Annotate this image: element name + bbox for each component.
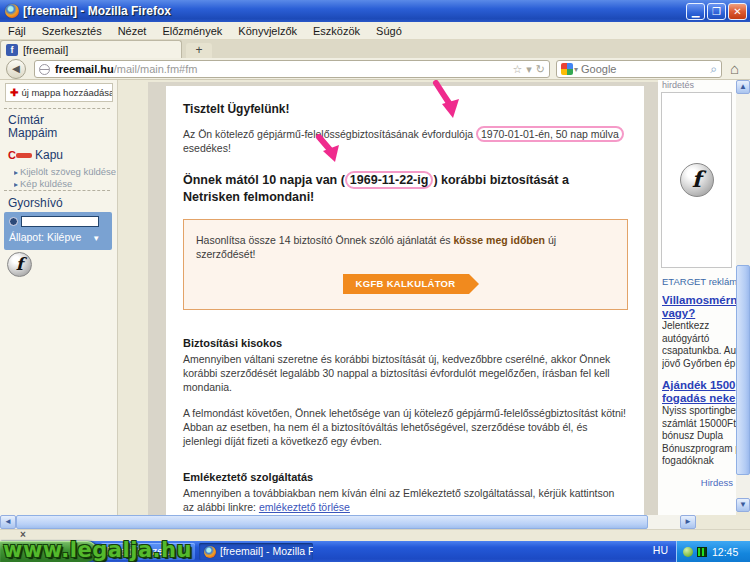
promo-box: Hasonlítsa össze 14 biztosító Önnek szól… — [183, 219, 628, 310]
flash-ad-icon: f — [680, 163, 714, 197]
tray-status-icon[interactable] — [683, 547, 693, 557]
kapu-logo-pill-icon — [16, 153, 32, 158]
status-label: Állapot: — [9, 231, 44, 243]
watermark: www.legalja.hu — [3, 538, 192, 562]
ad2-body-line: fogadóknak — [662, 455, 736, 468]
bookmark-star-icon[interactable]: ☆ — [512, 63, 522, 76]
ad-item-1[interactable]: Villamosmérnök vagy? Jelentkezz autógyár… — [662, 294, 736, 370]
new-folder-button[interactable]: ✚ új mappa hozzáadása ... — [5, 83, 113, 102]
scroll-left-button[interactable]: ◄ — [0, 515, 16, 529]
reload-icon[interactable]: ↻ — [536, 63, 545, 76]
kisokos-paragraph-1: Amennyiben váltani szeretne és korábbi b… — [183, 352, 628, 394]
ad2-title-line1[interactable]: Ajándék 1500 — [662, 379, 736, 392]
tab-label: [freemail] — [23, 44, 68, 56]
selected-text-send-label: Kijelölt szöveg küldése — [20, 166, 116, 177]
scroll-right-button[interactable]: ► — [680, 515, 696, 529]
url-dropdown-icon[interactable]: ▾ — [526, 63, 532, 76]
pink-annotation-arrow-2 — [314, 134, 350, 166]
menu-bookmarks[interactable]: Könyvjelzők — [230, 25, 305, 37]
google-logo-icon — [561, 63, 573, 75]
clock: 12:45 — [712, 546, 738, 558]
triangle-bullet-icon: ▸ — [14, 180, 18, 189]
menu-view[interactable]: Nézet — [110, 25, 155, 37]
image-send-label: Kép küldése — [20, 178, 72, 189]
screen: [freemail] - Mozilla Firefox ▁ ❐ ✕ Fájl … — [0, 0, 750, 562]
scroll-down-button[interactable]: ▼ — [736, 498, 750, 512]
scroll-up-button[interactable]: ▲ — [736, 80, 750, 94]
flash-plugin-icon: f — [7, 252, 32, 277]
ad-column: hirdetés f ETARGET reklám Villamosmérnök… — [658, 80, 736, 515]
sidebar-item-kapu[interactable]: CKapu — [8, 148, 63, 162]
search-magnifier-icon[interactable]: ⌕ — [710, 62, 717, 76]
minimize-button[interactable]: ▁ — [686, 3, 705, 20]
advertise-here-link[interactable]: Hirdess — [658, 477, 736, 488]
gyorshivo-status[interactable]: Állapot: Kilépve ▼ — [9, 231, 107, 243]
horizontal-scroll-thumb[interactable] — [16, 515, 648, 529]
vertical-scroll-thumb[interactable] — [736, 265, 750, 475]
menu-bar: Fájl Szerkesztés Nézet Előzmények Könyvj… — [0, 22, 750, 40]
tab-bar: f [freemail] + — [0, 40, 750, 58]
mail-sidebar: ✚ új mappa hozzáadása ... Címtár Mappáim… — [0, 80, 118, 515]
freemail-favicon-icon: f — [6, 44, 18, 56]
home-button[interactable]: ⌂ — [730, 60, 739, 78]
ad1-body-line: autógyártó — [662, 333, 736, 346]
promo-text: Hasonlítsa össze 14 biztosító Önnek szól… — [196, 233, 615, 261]
tab-freemail[interactable]: f [freemail] — [0, 40, 182, 58]
menu-tools[interactable]: Eszközök — [305, 25, 368, 37]
divider — [4, 190, 110, 191]
ad2-body-line: Nyiss sportingbet — [662, 405, 736, 418]
highlight-oval-date1: 1970-01-01-én, 50 nap múlva — [476, 126, 624, 142]
email-paragraph-anniversary: Az Ön kötelező gépjármű-felelősségbiztos… — [183, 127, 628, 155]
ad-item-2[interactable]: Ajándék 1500 fogadás neke Nyiss sporting… — [662, 379, 736, 468]
kgfb-calculator-button[interactable]: KGFB KALKULÁTOR — [343, 274, 469, 294]
call-status-icon — [9, 217, 18, 226]
sidebar-item-mappaim[interactable]: Mappáim — [8, 126, 57, 140]
flash-ad-box[interactable]: f — [661, 92, 732, 268]
new-tab-button[interactable]: + — [186, 43, 212, 58]
kapu-label: Kapu — [35, 148, 63, 162]
ad2-title-line2[interactable]: fogadás neke — [662, 392, 736, 405]
close-button[interactable]: ✕ — [728, 3, 747, 20]
window-title: [freemail] - Mozilla Firefox — [23, 4, 684, 18]
taskbar-item-firefox[interactable]: [freemail] - Mozilla Fir... — [199, 543, 313, 560]
sidebar-item-gyorshivo: Gyorshívó — [8, 196, 63, 210]
new-folder-label: új mappa hozzáadása ... — [21, 87, 113, 98]
menu-history[interactable]: Előzmények — [154, 25, 230, 37]
ad1-title-line2[interactable]: vagy? — [662, 307, 736, 320]
language-indicator[interactable]: HU — [653, 544, 668, 556]
restore-button[interactable]: ❐ — [707, 3, 726, 20]
url-bar[interactable]: freemail.hu /mail/main.fm#fm ☆ ▾ ↻ — [34, 60, 550, 78]
etarget-label: ETARGET reklám — [662, 276, 736, 287]
gyorshivo-number-input[interactable] — [21, 216, 99, 227]
search-input[interactable] — [581, 63, 710, 75]
pink-annotation-arrow-1 — [428, 80, 468, 122]
sidebar-item-image-send[interactable]: ▸Kép küldése — [14, 178, 116, 189]
highlight-oval-date2: 1969-11-22-ig — [345, 171, 434, 189]
email-body: Tisztelt Ügyfelünk! Az Ön kötelező gépjá… — [166, 86, 644, 515]
search-engine-dropdown-icon[interactable]: ▾ — [574, 65, 578, 74]
url-path: /mail/main.fm#fm — [114, 63, 509, 75]
triangle-bullet-icon: ▸ — [14, 168, 18, 177]
system-tray: 12:45 — [676, 541, 750, 562]
section-title-kisokos: Biztosítási kisokos — [183, 336, 628, 350]
status-dropdown-icon[interactable]: ▼ — [92, 234, 100, 243]
plus-icon: ✚ — [10, 87, 18, 98]
sidebar-item-cimtar[interactable]: Címtár — [8, 113, 44, 127]
ad1-title-line1[interactable]: Villamosmérnök — [662, 294, 736, 307]
firefox-icon — [204, 546, 216, 558]
reminder-paragraph: Amennyiben a továbbiakban nem kíván élni… — [183, 486, 628, 514]
back-button[interactable]: ◄ — [6, 59, 26, 79]
gyorshivo-panel: Állapot: Kilépve ▼ — [4, 212, 112, 250]
firefox-task-label: [freemail] - Mozilla Fir... — [220, 543, 313, 560]
ad2-body-line: bónusz Dupla — [662, 430, 736, 443]
menu-edit[interactable]: Szerkesztés — [34, 25, 110, 37]
menu-file[interactable]: Fájl — [0, 25, 34, 37]
section-title-reminder: Emlékeztető szolgáltatás — [183, 470, 628, 484]
reminder-delete-link[interactable]: emlékeztető törlése — [259, 501, 350, 513]
ad2-body-line: számlát 15000Ft — [662, 418, 736, 431]
ad1-body-line: csapatunkba. Au — [662, 345, 736, 358]
sidebar-item-selected-text-send[interactable]: ▸Kijelölt szöveg küldése — [14, 166, 116, 177]
task-manager-cpu-icon[interactable] — [697, 547, 707, 557]
search-box[interactable]: ▾ ⌕ — [556, 60, 722, 78]
menu-help[interactable]: Súgó — [368, 25, 410, 37]
